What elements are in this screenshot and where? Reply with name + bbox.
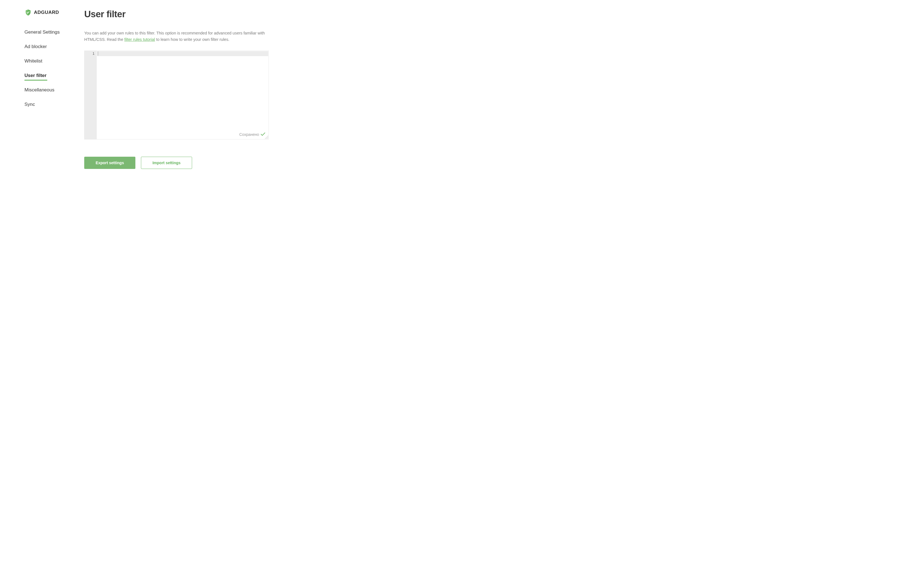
svg-line-1 (266, 137, 268, 139)
sidebar-item-whitelist[interactable]: Whitelist (24, 54, 79, 68)
saved-status: Сохранено (239, 132, 265, 137)
editor-gutter: 1 (84, 51, 97, 139)
editor-textarea[interactable] (97, 51, 268, 139)
filter-rules-tutorial-link[interactable]: filter rules tutorial (124, 37, 155, 42)
page-description: You can add your own rules to this filte… (84, 30, 269, 43)
sidebar: ADGUARD General Settings Ad blocker Whit… (0, 9, 84, 169)
export-settings-button[interactable]: Export settings (84, 157, 135, 169)
saved-label: Сохранено (239, 132, 259, 137)
sidebar-item-ad-blocker[interactable]: Ad blocker (24, 39, 79, 54)
brand-name: ADGUARD (34, 10, 59, 15)
main-content: User filter You can add your own rules t… (84, 9, 290, 169)
shield-check-icon (24, 9, 32, 16)
line-number: 1 (84, 51, 94, 55)
brand-logo: ADGUARD (24, 9, 79, 16)
resize-handle-icon[interactable] (264, 135, 268, 139)
sidebar-item-general-settings[interactable]: General Settings (24, 25, 79, 39)
text-cursor (98, 51, 98, 55)
sidebar-item-sync[interactable]: Sync (24, 97, 79, 112)
svg-line-2 (267, 138, 268, 139)
sidebar-item-miscellaneous[interactable]: Miscellaneous (24, 83, 79, 97)
sidebar-item-user-filter[interactable]: User filter (24, 68, 79, 83)
sidebar-nav: General Settings Ad blocker Whitelist Us… (24, 25, 79, 112)
button-row: Export settings Import settings (84, 157, 269, 169)
page-title: User filter (84, 9, 269, 19)
description-text-2: to learn how to write your own filter ru… (155, 37, 230, 42)
filter-rules-editor[interactable]: 1 Сохранено (84, 51, 269, 139)
import-settings-button[interactable]: Import settings (141, 157, 192, 169)
